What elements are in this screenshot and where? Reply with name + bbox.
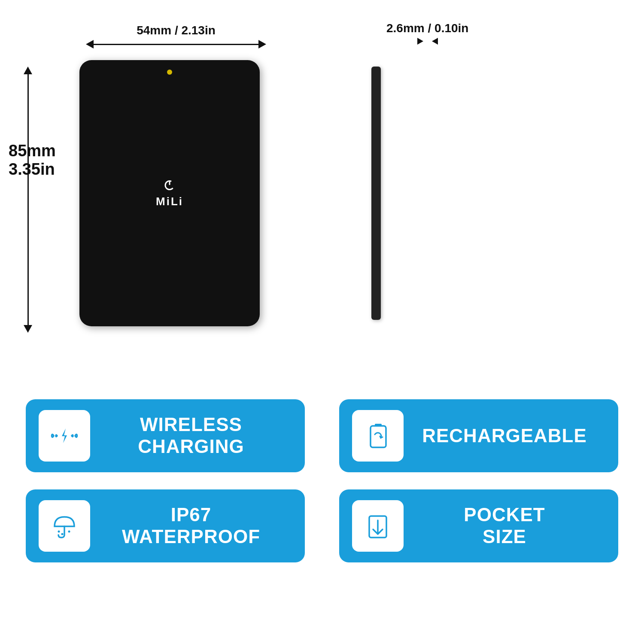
thickness-arrow-line xyxy=(417,38,438,45)
height-in-label: 3.35in xyxy=(9,160,55,179)
pocket-size-badge: POCKETSIZE xyxy=(339,489,618,562)
arrow-right-icon xyxy=(417,38,423,45)
height-arrow xyxy=(24,67,32,333)
arrow-shaft xyxy=(27,74,29,325)
waterproof-icon-box xyxy=(39,500,90,552)
width-arrow-line xyxy=(86,40,266,49)
wireless-charging-label: WIRELESSCHARGING xyxy=(90,414,292,457)
arrow-down-icon xyxy=(24,325,32,333)
rechargeable-badge: RECHARGEABLE xyxy=(339,399,618,472)
arrow-right-icon xyxy=(258,40,266,49)
arrow-up-icon xyxy=(24,67,32,74)
svg-point-5 xyxy=(61,533,64,535)
pocket-size-icon-box xyxy=(352,500,404,552)
svg-point-4 xyxy=(58,531,60,533)
wireless-charging-badge: WIRELESSCHARGING xyxy=(26,399,305,472)
waterproof-badge: IP67WATERPROOF xyxy=(26,489,305,562)
rechargeable-icon xyxy=(363,421,393,451)
wireless-charging-icon-box xyxy=(39,410,90,462)
arrow-left-icon xyxy=(432,38,438,45)
height-mm-label: 85mm xyxy=(9,142,56,160)
pocket-size-label: POCKETSIZE xyxy=(404,504,605,547)
width-dimension: 54mm / 2.13in xyxy=(69,24,283,49)
main-container: 54mm / 2.13in 2.6mm / 0.10in 85mm xyxy=(0,0,644,644)
device-body: MiLi xyxy=(79,60,260,326)
brand-name: MiLi xyxy=(156,195,183,208)
rechargeable-label: RECHARGEABLE xyxy=(404,425,605,447)
svg-rect-3 xyxy=(375,424,382,426)
waterproof-icon xyxy=(49,511,79,541)
thickness-dimension: 2.6mm / 0.10in xyxy=(386,21,468,45)
arrow-left-icon xyxy=(86,40,94,49)
top-section: 54mm / 2.13in 2.6mm / 0.10in 85mm xyxy=(0,0,644,386)
device-side-body xyxy=(371,67,381,320)
svg-rect-2 xyxy=(371,426,386,447)
height-dimension: 85mm 3.35in xyxy=(9,142,56,179)
device-side-view xyxy=(371,67,381,320)
waterproof-label: IP67WATERPROOF xyxy=(90,504,292,547)
arrow-shaft xyxy=(94,44,258,45)
pocket-size-icon xyxy=(363,511,393,541)
device-led-indicator xyxy=(167,70,172,75)
device-brand-area: MiLi xyxy=(156,179,183,208)
feature-badges: WIRELESSCHARGING RECHARGEABLE xyxy=(26,399,618,562)
device-front-view: MiLi xyxy=(79,60,260,326)
power-icon xyxy=(163,179,176,192)
thickness-label: 2.6mm / 0.10in xyxy=(386,21,468,35)
wireless-charging-icon xyxy=(49,421,79,451)
svg-point-6 xyxy=(68,531,70,533)
width-label: 54mm / 2.13in xyxy=(137,24,216,37)
rechargeable-icon-box xyxy=(352,410,404,462)
